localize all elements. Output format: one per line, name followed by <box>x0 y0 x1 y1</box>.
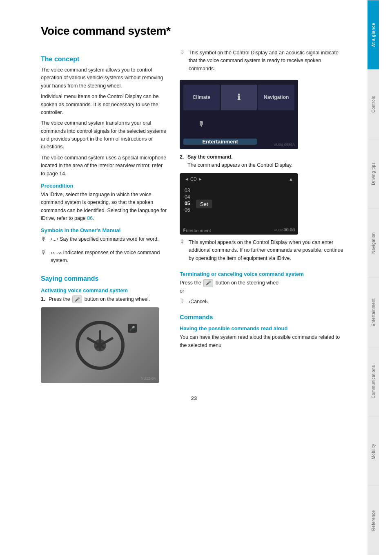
symbol-text-1: ›...‹ Say the specified commands word fo… <box>51 235 159 243</box>
cancel-cmd-block: 🎙 ›Cancel‹ <box>180 298 347 309</box>
step-2-detail: The command appears on the Control Displ… <box>187 162 293 168</box>
display-watermark: VU04-0586A <box>274 143 295 147</box>
cancel-voice-icon: 🎙 <box>180 298 185 304</box>
voice-ready-icon: 🎙 <box>180 49 185 55</box>
grid-entertainment: Entertainment <box>183 139 257 145</box>
main-content: Voice command system* The concept The vo… <box>0 0 368 555</box>
symbols-heading: Symbols in the Owner's Manual <box>41 227 167 233</box>
steering-wheel-image: 🎤 VU12-0A <box>41 307 159 383</box>
sidebar-tab-navigation[interactable]: Navigation <box>368 208 379 278</box>
cd-display: ◄ CD ► ▲ Set 03 04 05 06 Tr... 00:00 <box>180 173 298 235</box>
grid-mic: 🎙 <box>183 112 220 137</box>
having-commands-text: You can have the system read aloud the p… <box>180 333 347 349</box>
cd-set: Set <box>196 199 212 208</box>
cd-track-06: 06 <box>185 207 190 213</box>
precondition-heading: Precondition <box>41 183 167 189</box>
control-display-grid: Climate ℹ Navigation 🎙 Entertainment VU0… <box>180 80 298 149</box>
concept-para-4: The voice command system uses a special … <box>41 154 167 178</box>
two-column-layout: The concept The voice command system all… <box>41 49 347 387</box>
terminating-text: Press the 🎤 button on the steering wheel… <box>180 279 347 295</box>
having-commands-heading: Having the possible commands read aloud <box>180 325 347 331</box>
cd-tracks: 03 04 05 06 <box>185 188 190 213</box>
symbol-item-2: 🎙 ››...‹‹ Indicates responses of the voi… <box>41 249 167 268</box>
activating-heading: Activating voice command system <box>41 287 167 293</box>
sidebar-tab-at-a-glance[interactable]: At a glance <box>368 0 379 69</box>
cd-source: Entertainment <box>183 228 211 233</box>
display-grid-content: Climate ℹ Navigation 🎙 Entertainment <box>182 83 296 146</box>
voice-icon-1: 🎙 <box>41 236 48 242</box>
right-sidebar: At a glance Controls Driving tips Naviga… <box>368 0 379 555</box>
cd-track-04: 04 <box>185 194 190 200</box>
concept-para-3: The voice command system transforms your… <box>41 119 167 151</box>
concept-para-1: The voice command system allows you to c… <box>41 66 167 90</box>
additional-text: This symbol appears on the Control Displ… <box>189 239 347 262</box>
mic-symbol-icon: 🎤 <box>129 326 135 331</box>
step-2-number: 2. <box>180 153 185 169</box>
grid-navigation: Navigation <box>258 85 294 110</box>
step-2-text: Say the command. The command appears on … <box>187 153 293 169</box>
concept-heading: The concept <box>41 56 167 63</box>
sidebar-tab-reference[interactable]: Reference <box>368 486 379 555</box>
step-1: 1. Press the 🎤 button on the steering wh… <box>41 295 167 304</box>
steering-button-icon: 🎤 <box>72 295 82 304</box>
cd-header: ◄ CD ► ▲ <box>185 177 293 181</box>
terminating-heading: Terminating or canceling voice command s… <box>180 271 347 277</box>
step-1-text: Press the 🎤 button on the steering wheel… <box>49 295 150 304</box>
commands-heading: Commands <box>180 313 347 320</box>
mic-button: 🎤 <box>128 324 137 333</box>
saying-commands-heading: Saying commands <box>41 275 167 282</box>
sidebar-tab-mobility[interactable]: Mobility <box>368 416 379 486</box>
cd-arrow: ▲ <box>289 177 293 181</box>
page-link-86[interactable]: 86 <box>87 215 93 221</box>
sidebar-tab-entertainment[interactable]: Entertainment <box>368 278 379 347</box>
grid-climate: Climate <box>183 85 220 110</box>
cd-track-03: 03 <box>185 188 190 193</box>
sidebar-tab-driving-tips[interactable]: Driving tips <box>368 139 379 208</box>
cd-watermark: VU32-0356A <box>274 228 295 232</box>
concept-para-2: Individual menu items on the Control Dis… <box>41 93 167 116</box>
cd-main-area: Set 03 04 05 06 <box>185 184 293 217</box>
precondition-text: Via iDrive, select the language in which… <box>41 191 167 223</box>
cancel-cmd-text: ›Cancel‹ <box>189 298 208 306</box>
right-column: 🎙 This symbol on the Control Display and… <box>180 49 347 387</box>
terminating-button-icon: 🎤 <box>203 279 213 287</box>
sidebar-tab-controls[interactable]: Controls <box>368 69 379 139</box>
symbol-text-2: ››...‹‹ Indicates responses of the voice… <box>51 249 167 265</box>
step-2: 2. Say the command. The command appears … <box>180 153 347 169</box>
sidebar-tab-communications[interactable]: Communications <box>368 347 379 416</box>
additional-commands-block: 🎙 This symbol appears on the Control Dis… <box>180 239 347 265</box>
left-column: The concept The voice command system all… <box>41 49 167 387</box>
grid-info: ℹ <box>221 85 257 110</box>
voice-ready-text: This symbol on the Control Display and a… <box>189 49 347 73</box>
image-watermark: VU12-0A <box>141 376 156 380</box>
cd-track-05: 05 <box>185 201 190 206</box>
cd-header-text: ◄ CD ► <box>185 177 203 181</box>
additional-icon: 🎙 <box>180 239 185 245</box>
page-title: Voice command system* <box>41 25 347 38</box>
page-number: 23 <box>41 395 347 401</box>
voice-ready-block: 🎙 This symbol on the Control Display and… <box>180 49 347 76</box>
symbol-item-1: 🎙 ›...‹ Say the specified commands word … <box>41 235 167 246</box>
steering-wheel-graphic <box>76 321 125 370</box>
step-1-number: 1. <box>41 295 47 304</box>
step-2-label: Say the command. <box>187 154 232 160</box>
sidebar-tabs: At a glance Controls Driving tips Naviga… <box>368 0 379 555</box>
voice-icon-2: 🎙 <box>41 249 48 256</box>
